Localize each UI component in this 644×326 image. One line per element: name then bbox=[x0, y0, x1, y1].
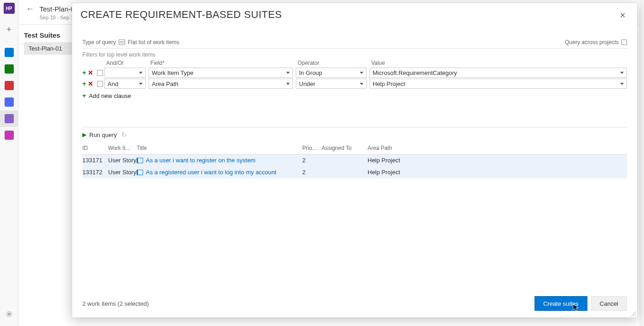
cell-wit: User Story bbox=[108, 157, 137, 164]
value-input[interactable]: Microsoft.RequirementCategory bbox=[369, 68, 627, 78]
cell-priority: 2 bbox=[302, 169, 322, 176]
filter-row: + ✕ And Area Path Under Help Project bbox=[82, 78, 627, 89]
cell-id: 133172 bbox=[82, 169, 108, 176]
plus-icon: + bbox=[82, 92, 86, 99]
create-suites-dialog: CREATE REQUIREMENT-BASED SUITES ✕ Type o… bbox=[72, 3, 638, 318]
result-row[interactable]: 133171 User Story As a user i want to re… bbox=[82, 154, 627, 166]
col-operator: Operator bbox=[296, 60, 369, 66]
col-assigned: Assigned To bbox=[322, 145, 368, 151]
operator-select[interactable]: Under bbox=[296, 79, 367, 89]
add-clause-button[interactable]: + Add new clause bbox=[82, 89, 627, 102]
filter-row: + ✕ Work Item Type In Group Microsoft.Re… bbox=[82, 67, 627, 78]
new-item-icon[interactable]: + bbox=[0, 20, 18, 39]
dialog-title: CREATE REQUIREMENT-BASED SUITES bbox=[80, 9, 282, 21]
cancel-button[interactable]: Cancel bbox=[591, 296, 627, 311]
result-row[interactable]: 133172 User Story As a registered user i… bbox=[82, 166, 627, 178]
run-query-button[interactable]: ▶ Run query bbox=[82, 132, 117, 138]
add-row-icon[interactable]: + bbox=[82, 69, 86, 76]
field-select[interactable]: Area Path bbox=[149, 79, 293, 89]
col-andor: And/Or bbox=[104, 60, 149, 66]
value-input[interactable]: Help Project bbox=[369, 79, 627, 89]
refresh-icon: ↻ bbox=[121, 131, 127, 138]
run-query-label: Run query bbox=[89, 132, 117, 138]
left-nav-rail: HP + bbox=[0, 0, 18, 326]
add-row-icon[interactable]: + bbox=[82, 80, 86, 87]
results-header: ID Work Item... Title Priority Assigned … bbox=[82, 142, 627, 154]
query-type-label: Type of query bbox=[82, 39, 116, 46]
col-title: Title bbox=[137, 145, 302, 151]
right-edge bbox=[639, 0, 644, 326]
nav-artifacts-icon[interactable] bbox=[0, 127, 18, 143]
field-select[interactable]: Work Item Type bbox=[149, 68, 293, 78]
svg-point-0 bbox=[8, 313, 10, 315]
play-icon: ▶ bbox=[82, 132, 86, 138]
cell-area: Help Project bbox=[368, 157, 627, 164]
col-workitemtype: Work Item... bbox=[108, 145, 137, 151]
delete-row-icon[interactable]: ✕ bbox=[88, 80, 93, 87]
cell-assigned bbox=[322, 169, 368, 176]
query-across-label: Query across projects bbox=[565, 39, 619, 46]
nav-overview-icon[interactable] bbox=[0, 44, 18, 61]
col-id: ID bbox=[82, 145, 108, 151]
resize-handle-icon[interactable] bbox=[631, 311, 636, 316]
workitem-icon bbox=[137, 158, 143, 163]
settings-gear-icon[interactable] bbox=[0, 310, 18, 318]
row-checkbox[interactable] bbox=[97, 81, 103, 87]
query-across-checkbox[interactable] bbox=[621, 40, 627, 45]
operator-select[interactable]: In Group bbox=[296, 68, 367, 78]
nav-pipelines-icon[interactable] bbox=[0, 94, 18, 110]
project-badge[interactable]: HP bbox=[4, 3, 15, 14]
cell-assigned bbox=[322, 157, 368, 164]
andor-select[interactable]: And bbox=[104, 79, 146, 89]
cell-area: Help Project bbox=[368, 169, 627, 176]
create-suites-button[interactable]: Create suites bbox=[535, 296, 587, 311]
cell-title-link[interactable]: As a registered user i want to log into … bbox=[137, 169, 302, 176]
nav-testplans-icon[interactable] bbox=[0, 110, 18, 127]
footer-status: 2 work items (2 selected) bbox=[82, 300, 149, 307]
delete-row-icon[interactable]: ✕ bbox=[88, 69, 93, 76]
filters-heading: Filters for top level work items bbox=[82, 49, 627, 60]
filter-columns-header: And/Or Field* Operator Value bbox=[82, 60, 627, 67]
col-value: Value bbox=[369, 60, 627, 66]
col-priority: Priority bbox=[302, 145, 322, 151]
cell-priority: 2 bbox=[302, 157, 322, 164]
add-clause-label: Add new clause bbox=[89, 92, 131, 99]
workitem-icon bbox=[137, 170, 143, 175]
nav-repos-icon[interactable] bbox=[0, 77, 18, 94]
row-checkbox[interactable] bbox=[97, 70, 103, 76]
back-arrow-icon[interactable]: ← bbox=[26, 4, 34, 14]
query-type-value[interactable]: Flat list of work items bbox=[128, 39, 179, 46]
cell-id: 133171 bbox=[82, 157, 108, 164]
close-icon[interactable]: ✕ bbox=[616, 9, 629, 22]
cell-wit: User Story bbox=[108, 169, 137, 176]
andor-select[interactable] bbox=[104, 68, 146, 78]
col-areapath: Area Path bbox=[368, 145, 627, 151]
cell-title-link[interactable]: As a user i want to register on the syst… bbox=[137, 157, 302, 164]
nav-boards-icon[interactable] bbox=[0, 61, 18, 77]
flat-list-icon[interactable] bbox=[119, 40, 125, 45]
col-field: Field* bbox=[149, 60, 296, 66]
